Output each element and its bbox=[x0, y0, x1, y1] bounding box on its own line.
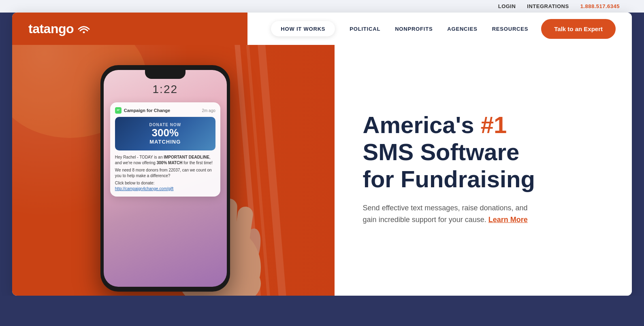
phone-time: 1:22 bbox=[104, 83, 227, 96]
notification-time: 2m ago bbox=[202, 108, 215, 113]
donation-link[interactable]: http://campaign4change.com/gift bbox=[115, 186, 174, 191]
notification-source: Campaign for Change bbox=[124, 108, 200, 113]
hero-section: 1:22 Campaign for Change 2m ago bbox=[12, 45, 632, 296]
integrations-link[interactable]: INTEGRATIONS bbox=[527, 3, 569, 9]
phone-link[interactable]: 1.888.517.6345 bbox=[580, 3, 620, 9]
talk-to-expert-button[interactable]: Talk to an Expert bbox=[541, 19, 616, 39]
navigation: tatango HOW IT WORKS POLITICAL NONPROFIT… bbox=[12, 13, 632, 45]
logo[interactable]: tatango bbox=[28, 21, 91, 36]
nav-political[interactable]: POLITICAL bbox=[350, 26, 380, 32]
donation-amount: 300% bbox=[120, 127, 211, 139]
nav-bubble: HOW IT WORKS bbox=[271, 21, 335, 36]
top-bar: LOGIN INTEGRATIONS 1.888.517.6345 bbox=[0, 0, 644, 13]
logo-text: tatango bbox=[28, 21, 74, 36]
login-link[interactable]: LOGIN bbox=[498, 3, 516, 9]
phone-notch bbox=[145, 70, 186, 79]
notification-body: Hey Rachel - TODAY is an IMPORTANT DEADL… bbox=[115, 155, 215, 192]
hero-content: America's #1SMS Softwarefor Fundraising … bbox=[363, 112, 535, 229]
nav-how-it-works[interactable]: HOW IT WORKS bbox=[281, 26, 325, 32]
matching-label: MATCHING bbox=[120, 139, 211, 145]
hero-left: 1:22 Campaign for Change 2m ago bbox=[12, 45, 335, 296]
main-card: tatango HOW IT WORKS POLITICAL NONPROFIT… bbox=[12, 13, 632, 296]
donation-banner: DONATE NOW 300% MATCHING bbox=[115, 117, 215, 150]
phone-container: 1:22 Campaign for Change 2m ago bbox=[12, 45, 335, 296]
nav-agencies[interactable]: AGENCIES bbox=[447, 26, 477, 32]
logo-wifi-icon bbox=[77, 21, 91, 33]
message-app-icon bbox=[115, 107, 122, 114]
notification-card: Campaign for Change 2m ago DONATE NOW 30… bbox=[110, 102, 220, 197]
notif-header: Campaign for Change 2m ago bbox=[115, 107, 215, 114]
phone-screen: 1:22 Campaign for Change 2m ago bbox=[104, 70, 227, 287]
nav-resources[interactable]: RESOURCES bbox=[492, 26, 529, 32]
bottom-bar bbox=[0, 296, 644, 326]
svg-point-0 bbox=[83, 32, 85, 34]
nav-links: HOW IT WORKS POLITICAL NONPROFITS AGENCI… bbox=[271, 21, 528, 36]
nav-nonprofits[interactable]: NONPROFITS bbox=[395, 26, 433, 32]
hero-title: America's #1SMS Softwarefor Fundraising bbox=[363, 112, 535, 193]
hero-subtitle: Send effective text messages, raise dona… bbox=[363, 202, 535, 226]
hero-right: America's #1SMS Softwarefor Fundraising … bbox=[335, 45, 632, 296]
learn-more-link[interactable]: Learn More bbox=[488, 216, 528, 224]
phone-mockup: 1:22 Campaign for Change 2m ago bbox=[100, 65, 230, 292]
